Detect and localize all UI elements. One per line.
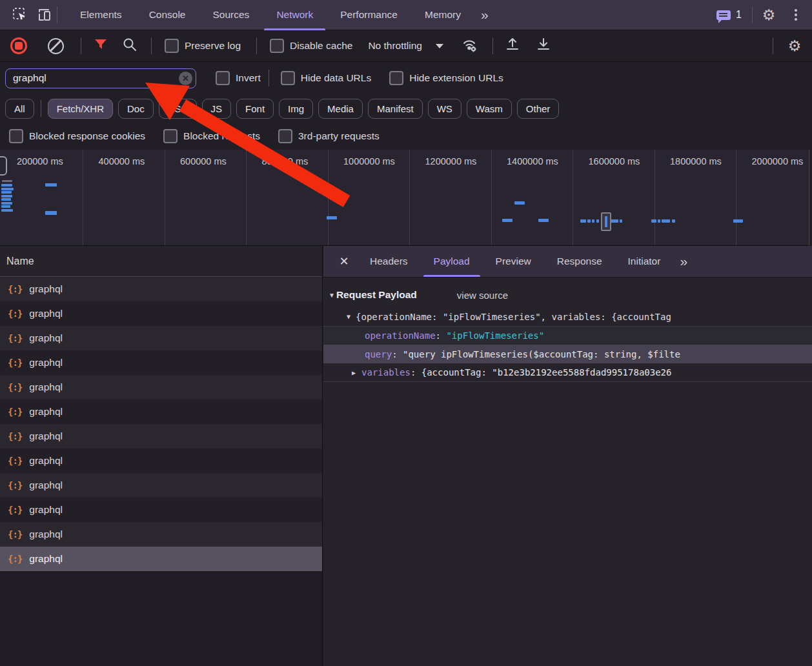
timeline-gridline [573, 150, 573, 245]
details-tab-initiator[interactable]: Initiator [615, 246, 674, 277]
request-row[interactable]: {:}graphql [0, 301, 322, 326]
type-filter-ws[interactable]: WS [428, 99, 462, 119]
tab-sources[interactable]: Sources [199, 0, 263, 30]
request-row[interactable]: {:}graphql [0, 498, 322, 522]
request-row[interactable]: {:}graphql [0, 522, 322, 547]
waterfall-bar [1, 198, 11, 201]
payload-value: "ipFlowTimeseries" [446, 330, 544, 341]
type-filter-fetch-xhr[interactable]: Fetch/XHR [48, 99, 113, 119]
request-row[interactable]: {:}graphql [0, 350, 322, 375]
type-filter-media[interactable]: Media [318, 99, 363, 119]
json-braces-icon: {:} [8, 407, 22, 417]
request-row[interactable]: {:}graphql [0, 547, 322, 571]
type-filter-manifest[interactable]: Manifest [368, 99, 423, 119]
payload-key: operationName [365, 330, 436, 341]
request-row[interactable]: {:}graphql [0, 399, 322, 424]
divider [81, 37, 81, 54]
device-toolbar-button[interactable] [32, 3, 57, 27]
type-filter-wasm[interactable]: Wasm [467, 99, 512, 119]
inspect-element-button[interactable] [8, 3, 32, 27]
record-network-log-button[interactable] [10, 37, 27, 54]
details-tab-response[interactable]: Response [544, 246, 615, 277]
payload-entry-query[interactable]: query: "query ipFlowTimeseries($accountT… [323, 345, 812, 363]
payload-entry-operationName[interactable]: operationName: "ipFlowTimeseries" [323, 326, 812, 345]
request-row[interactable]: {:}graphql [0, 326, 322, 350]
issues-button[interactable]: 1 [710, 9, 748, 21]
request-name: graphql [29, 332, 63, 344]
payload-entry-variables[interactable]: ▶variables: {accountTag: "b12e3b2192ee55… [323, 363, 812, 382]
details-tab-payload[interactable]: Payload [421, 246, 483, 277]
waterfall-bar [580, 219, 586, 223]
search-button[interactable] [123, 37, 137, 54]
export-har-button[interactable] [536, 37, 551, 55]
request-row[interactable]: {:}graphql [0, 375, 322, 399]
blocked-response-cookies-checkbox[interactable] [9, 129, 23, 143]
import-har-button[interactable] [505, 37, 520, 55]
payload-preview-line[interactable]: ▼ {operationName: "ipFlowTimeseries", va… [323, 307, 812, 326]
third-party-requests-label: 3rd-party requests [298, 130, 380, 142]
tab-performance[interactable]: Performance [327, 0, 411, 30]
payload-value: {accountTag: "b12e3b2192ee5588fdad995178… [421, 367, 672, 378]
devtools-settings-button[interactable]: ⚙ [756, 3, 781, 27]
third-party-requests-checkbox[interactable] [278, 129, 292, 143]
json-braces-icon: {:} [8, 333, 22, 343]
triangle-down-icon: ▼ [329, 292, 335, 299]
hide-data-urls-checkbox[interactable] [281, 71, 295, 85]
filter-input[interactable] [5, 68, 196, 88]
close-details-icon[interactable]: ✕ [331, 254, 357, 268]
chevron-down-icon [436, 44, 443, 48]
type-filter-all[interactable]: All [5, 99, 34, 119]
filter-toggle-button[interactable] [94, 39, 107, 53]
clear-filter-icon[interactable]: ✕ [179, 72, 192, 85]
name-column-header[interactable]: Name [0, 246, 322, 277]
request-payload-section[interactable]: ▼ Request Payload view source [329, 289, 812, 301]
preserve-log-label: Preserve log [185, 40, 241, 52]
type-filter-css[interactable]: CSS [159, 99, 197, 119]
issues-bubble-icon [716, 10, 731, 20]
network-conditions-button[interactable] [460, 37, 478, 55]
type-filter-img[interactable]: Img [279, 99, 313, 119]
disable-cache-checkbox[interactable] [270, 39, 284, 53]
json-braces-icon: {:} [8, 382, 22, 392]
waterfall-bar [733, 219, 743, 223]
details-tab-headers[interactable]: Headers [357, 246, 421, 277]
divider [492, 37, 493, 54]
panel-tabs: ElementsConsoleSourcesNetworkPerformance… [66, 0, 474, 30]
blocked-requests-checkbox[interactable] [163, 129, 178, 143]
preserve-log-checkbox[interactable] [165, 39, 179, 53]
view-source-link[interactable]: view source [457, 290, 508, 301]
hide-extension-urls-checkbox[interactable] [389, 71, 403, 85]
type-filter-font[interactable]: Font [236, 99, 274, 119]
request-row[interactable]: {:}graphql [0, 277, 322, 301]
divider [151, 37, 152, 54]
waterfall-bar [620, 219, 622, 223]
type-filter-js[interactable]: JS [202, 99, 232, 119]
tab-elements[interactable]: Elements [66, 0, 136, 30]
filter-row: ✕ Invert Hide data URLs Hide extension U… [0, 62, 812, 94]
tab-memory[interactable]: Memory [411, 0, 474, 30]
divider [256, 37, 257, 54]
details-tab-bar: ✕ HeadersPayloadPreviewResponseInitiator… [323, 246, 812, 278]
main-menu-button[interactable] [785, 3, 807, 27]
timeline-handle[interactable] [0, 156, 7, 176]
tab-network[interactable]: Network [263, 0, 327, 30]
blocked-requests-label: Blocked requests [183, 130, 260, 142]
network-settings-button[interactable]: ⚙ [782, 34, 807, 58]
type-filter-doc[interactable]: Doc [118, 99, 154, 119]
tab-console[interactable]: Console [136, 0, 199, 30]
request-row[interactable]: {:}graphql [0, 449, 322, 473]
more-details-tabs-button[interactable]: » [673, 247, 694, 276]
network-overview-timeline[interactable]: 200000 ms400000 ms600000 ms800000 ms1000… [0, 150, 809, 246]
request-row[interactable]: {:}graphql [0, 424, 322, 449]
throttling-select[interactable]: No throttling [368, 40, 443, 52]
request-name: graphql [29, 406, 63, 418]
more-tabs-button[interactable]: » [474, 1, 495, 29]
invert-checkbox[interactable] [216, 71, 230, 85]
type-filter-other[interactable]: Other [517, 99, 560, 119]
clear-network-log-button[interactable] [48, 38, 64, 54]
timeline-tick-label: 800000 ms [262, 156, 309, 166]
payload-separator: : [392, 349, 403, 359]
details-tab-preview[interactable]: Preview [483, 246, 544, 277]
timeline-tick-label: 1600000 ms [589, 156, 640, 166]
request-row[interactable]: {:}graphql [0, 473, 322, 498]
